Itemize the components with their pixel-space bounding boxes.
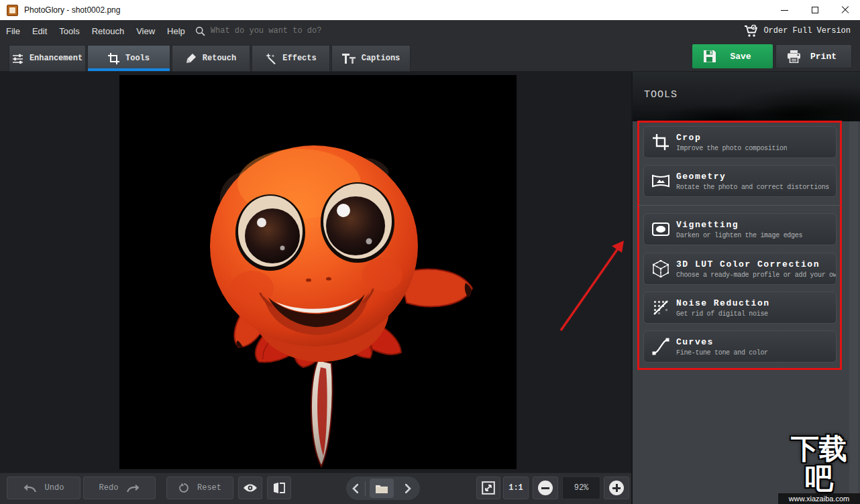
tools-divider xyxy=(638,205,841,206)
minimize-icon xyxy=(781,10,788,11)
cart-icon xyxy=(744,25,759,38)
app-icon xyxy=(7,5,18,16)
magic-wand-icon xyxy=(265,53,276,64)
goldfish-image xyxy=(119,75,517,469)
maximize-button[interactable] xyxy=(800,0,830,20)
tool-title: Noise Reduction xyxy=(676,298,770,308)
close-button[interactable] xyxy=(830,0,860,20)
brush-icon xyxy=(186,53,197,64)
reset-button[interactable]: Reset xyxy=(166,477,233,499)
chevron-right-icon xyxy=(405,484,411,493)
previous-photo-button[interactable] xyxy=(346,484,364,493)
tab-label: Captions xyxy=(362,54,400,63)
menu-bar: File Edit Tools Retouch View Help Order … xyxy=(0,20,860,42)
tool-title: 3D LUT Color Correction xyxy=(676,259,836,269)
tool-desc: Get rid of digital noise xyxy=(676,310,770,318)
tool-curves[interactable]: Curves Fine-tune tone and color xyxy=(643,330,837,363)
tab-enhancement[interactable]: Enhancement xyxy=(9,45,86,72)
undo-icon xyxy=(23,484,37,493)
photo-navigator xyxy=(346,477,420,500)
menu-file[interactable]: File xyxy=(0,20,26,42)
zoom-in-button[interactable] xyxy=(604,477,629,499)
save-button[interactable]: Save xyxy=(692,44,773,68)
save-icon xyxy=(703,50,716,63)
search-icon xyxy=(195,26,205,36)
search-input[interactable] xyxy=(211,26,358,36)
tab-effects[interactable]: Effects xyxy=(252,45,330,72)
print-button[interactable]: Print xyxy=(775,44,852,68)
tools-crop-icon xyxy=(108,53,119,64)
tool-desc: Darken or lighten the image edges xyxy=(676,232,802,239)
minus-icon xyxy=(538,481,553,495)
zoom-100-button[interactable]: 1:1 xyxy=(503,477,529,499)
tab-tools[interactable]: Tools xyxy=(87,45,170,72)
tab-label: Retouch xyxy=(203,54,236,63)
tool-desc: Fine-tune tone and color xyxy=(676,349,768,357)
tool-title: Curves xyxy=(676,337,768,347)
watermark-url: www.xiazaiba.com xyxy=(778,493,860,504)
tool-noise-reduction[interactable]: Noise Reduction Get rid of digital noise xyxy=(643,292,837,324)
menu-edit[interactable]: Edit xyxy=(26,20,53,42)
pill-separator xyxy=(365,481,366,496)
zoom-out-button[interactable] xyxy=(533,477,558,499)
vignetting-icon xyxy=(652,223,669,236)
bottom-toolbar: Undo Redo Reset xyxy=(0,472,631,504)
watermark-logo: 下载吧 xyxy=(778,434,860,493)
minimize-button[interactable] xyxy=(769,0,800,20)
geometry-icon xyxy=(652,174,669,188)
print-label: Print xyxy=(810,52,837,62)
tab-label: Enhancement xyxy=(30,54,83,63)
menu-retouch[interactable]: Retouch xyxy=(86,20,130,42)
tool-geometry[interactable]: Geometry Rotate the photo and correct di… xyxy=(643,165,837,197)
next-photo-button[interactable] xyxy=(399,484,417,493)
crop-icon xyxy=(653,134,669,150)
enhancement-icon xyxy=(12,54,23,64)
eye-icon xyxy=(243,483,258,493)
redo-icon xyxy=(126,484,140,493)
preview-original-button[interactable] xyxy=(238,477,262,499)
site-watermark: 下载吧 www.xiazaiba.com xyxy=(778,434,860,504)
reset-icon xyxy=(178,483,189,493)
menu-tools[interactable]: Tools xyxy=(53,20,85,42)
tool-title: Geometry xyxy=(676,172,829,182)
folder-icon xyxy=(375,483,388,494)
editing-canvas xyxy=(0,72,631,472)
close-icon xyxy=(841,6,849,14)
photo-goldfish xyxy=(119,75,517,469)
title-bar: PhotoGlory - shot0002.png xyxy=(0,0,860,20)
plus-icon xyxy=(609,481,624,495)
noise-icon xyxy=(653,300,669,316)
tool-vignetting[interactable]: Vignetting Darken or lighten the image e… xyxy=(643,213,837,245)
tool-desc: Improve the photo composition xyxy=(676,145,787,152)
undo-label: Undo xyxy=(45,483,64,493)
redo-label: Redo xyxy=(99,483,119,493)
curves-icon xyxy=(652,338,669,355)
tool-title: Vignetting xyxy=(676,220,802,230)
menu-help[interactable]: Help xyxy=(161,20,191,42)
menu-view[interactable]: View xyxy=(130,20,161,42)
ratio-label: 1:1 xyxy=(508,483,523,493)
save-label: Save xyxy=(726,52,755,62)
tools-banner: TOOLS xyxy=(633,72,860,121)
reset-label: Reset xyxy=(197,483,221,493)
sidebar-title: TOOLS xyxy=(644,89,678,101)
captions-icon xyxy=(342,54,356,64)
tool-desc: Choose a ready-made profile or add your … xyxy=(676,271,836,279)
window-title: PhotoGlory - shot0002.png xyxy=(24,5,120,15)
tool-desc: Rotate the photo and correct distortions xyxy=(676,184,829,191)
tab-captions[interactable]: Captions xyxy=(331,45,411,72)
compare-icon xyxy=(273,482,285,494)
tool-3d-lut[interactable]: 3D LUT Color Correction Choose a ready-m… xyxy=(643,253,837,285)
open-folder-button[interactable] xyxy=(370,479,394,498)
lut-cube-icon xyxy=(653,260,669,277)
tab-retouch[interactable]: Retouch xyxy=(172,45,250,72)
tab-label: Effects xyxy=(282,54,316,63)
tool-crop[interactable]: Crop Improve the photo composition xyxy=(643,126,837,158)
before-after-button[interactable] xyxy=(267,477,291,499)
fit-to-screen-button[interactable] xyxy=(476,477,500,499)
zoom-level: 92% xyxy=(562,477,600,499)
print-icon xyxy=(787,50,801,63)
redo-button[interactable]: Redo xyxy=(83,477,156,499)
undo-button[interactable]: Undo xyxy=(7,477,80,499)
order-full-version[interactable]: Order Full Version xyxy=(744,25,851,38)
